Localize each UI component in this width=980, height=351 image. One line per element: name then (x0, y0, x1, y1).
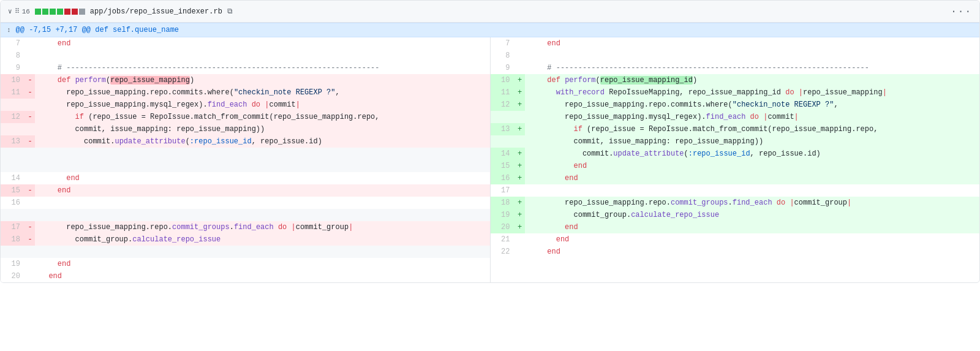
table-row (1, 160, 490, 172)
table-row: 12 - if (repo_issue = RepoIssue.match_fr… (1, 111, 490, 135)
table-row: 18 - commit_group.calculate_repo_issue (1, 233, 490, 246)
diff-right-side: 7 end 8 9 # ----------------------------… (491, 37, 980, 282)
file-path: app/jobs/repo_issue_indexer.rb (90, 7, 222, 16)
table-row: 22 end (491, 246, 980, 258)
table-row: 7 end (1, 37, 490, 50)
table-row: 9 # ------------------------------------… (491, 62, 980, 74)
copy-path-button[interactable]: ⧉ (227, 7, 233, 16)
hunk-range: @@ -7,15 +7,17 @@ def self.queue_name (16, 26, 179, 34)
table-row: 8 (491, 50, 980, 62)
table-row: 18 + repo_issue_mapping.repo.commit_grou… (491, 197, 980, 209)
table-row: 20 end (1, 270, 490, 282)
diff-container: ∨ ⠿ 16 app/jobs/repo_issue_indexer.rb ⧉ … (0, 0, 980, 283)
table-row: 13 - commit.update_attribute(:repo_issue… (1, 135, 490, 148)
table-row: 9 # ------------------------------------… (1, 62, 490, 74)
table-row (1, 148, 490, 160)
table-row: 10 - def perform(repo_issue_mapping) (1, 74, 490, 86)
table-row: 16 + end (491, 172, 980, 184)
table-row: 11 - repo_issue_mapping.repo.commits.whe… (1, 86, 490, 111)
table-row: 17 - repo_issue_mapping.repo.commit_grou… (1, 221, 490, 233)
table-row: 17 (491, 184, 980, 197)
stat-block-green-1 (35, 9, 41, 15)
table-row: 10 + def perform(repo_issue_mapping_id) (491, 74, 980, 86)
table-row: 11 + with_record RepoIssueMapping, repo_… (491, 86, 980, 99)
hunk-expand-icon[interactable]: ↕ (7, 26, 11, 34)
table-row: 21 end (491, 233, 980, 246)
table-row: 19 + commit_group.calculate_repo_issue (491, 209, 980, 221)
stat-block-gray-1 (79, 9, 85, 15)
drag-icon: ⠿ (15, 7, 20, 15)
diff-stat (35, 9, 85, 15)
table-row: 15 + end (491, 160, 980, 172)
stat-block-green-3 (50, 9, 56, 15)
table-row (1, 246, 490, 258)
hunk-header: ↕ @@ -7,15 +7,17 @@ def self.queue_name (1, 23, 979, 37)
table-row: 19 end (1, 258, 490, 270)
stat-number: 16 (22, 8, 30, 15)
table-row: 8 (1, 50, 490, 62)
diff-left-side: 7 end 8 9 # ----------------------------… (1, 37, 491, 282)
table-row: 15 - end (1, 184, 490, 197)
diff-body: 7 end 8 9 # ----------------------------… (1, 37, 979, 282)
chevron-down-icon: ∨ (8, 7, 12, 15)
diff-header-left: ∨ ⠿ 16 app/jobs/repo_issue_indexer.rb ⧉ (8, 7, 233, 16)
table-row: 13 + if (repo_issue = RepoIssue.match_fr… (491, 123, 980, 148)
table-row: 20 + end (491, 221, 980, 233)
table-row (1, 209, 490, 221)
table-row: 14 end (1, 172, 490, 184)
table-row: 14 + commit.update_attribute(:repo_issue… (491, 148, 980, 160)
stat-block-green-2 (42, 9, 48, 15)
stat-block-red-1 (64, 9, 70, 15)
more-options-button[interactable]: ··· (951, 6, 972, 17)
diff-header: ∨ ⠿ 16 app/jobs/repo_issue_indexer.rb ⧉ … (1, 1, 979, 23)
stat-block-green-4 (57, 9, 63, 15)
table-row: 12 + repo_issue_mapping.repo.commits.whe… (491, 99, 980, 123)
expand-collapse-button[interactable]: ∨ ⠿ 16 (8, 7, 30, 15)
table-row: 16 (1, 197, 490, 209)
table-row: 7 end (491, 37, 980, 50)
stat-block-red-2 (72, 9, 78, 15)
